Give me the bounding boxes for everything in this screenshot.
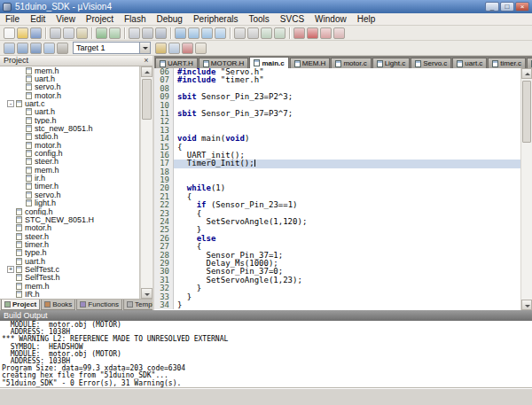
editor-tab[interactable]: Servo.c bbox=[411, 58, 451, 68]
tree-item[interactable]: stdio.h bbox=[0, 133, 139, 141]
menu-item[interactable]: Peripherals bbox=[188, 13, 244, 25]
close-panel-icon[interactable]: × bbox=[142, 56, 151, 66]
code-line[interactable]: 12 bbox=[154, 118, 520, 126]
cut-icon[interactable] bbox=[50, 27, 61, 39]
tree-item[interactable]: mem.h bbox=[0, 166, 139, 174]
file-extensions-icon[interactable] bbox=[168, 43, 180, 54]
scroll-down-button[interactable] bbox=[521, 300, 532, 310]
code-line[interactable]: 32 } bbox=[154, 284, 520, 292]
editor-tab[interactable]: main.c bbox=[249, 57, 288, 68]
bookmark-prev-icon[interactable] bbox=[188, 27, 200, 39]
tree-item[interactable]: timer.h bbox=[0, 183, 139, 191]
tree-item[interactable]: steer.h bbox=[0, 158, 139, 166]
debug-start-icon[interactable] bbox=[293, 27, 305, 39]
find-icon[interactable] bbox=[142, 27, 153, 39]
undo-icon[interactable] bbox=[96, 27, 107, 39]
tree-item[interactable]: uart.h bbox=[0, 108, 139, 116]
translate-icon[interactable] bbox=[4, 43, 15, 54]
new-file-icon[interactable] bbox=[4, 27, 15, 39]
menu-item[interactable]: File bbox=[0, 13, 25, 25]
editor-tab[interactable]: motor.c bbox=[331, 58, 371, 68]
redo-icon[interactable] bbox=[109, 27, 121, 39]
bookmark-toggle-icon[interactable] bbox=[175, 27, 186, 39]
target-select[interactable]: Target 1 bbox=[73, 42, 151, 54]
tree-item[interactable]: servo.h bbox=[0, 191, 139, 199]
title-bar[interactable]: 51duino_SDK - µVision4 _□× bbox=[0, 0, 532, 13]
tree-item[interactable]: motor.h bbox=[0, 91, 139, 99]
scroll-up-button[interactable] bbox=[521, 68, 532, 79]
comment-icon[interactable] bbox=[261, 27, 272, 39]
tree-item[interactable]: ir.h bbox=[0, 174, 139, 182]
tree-item[interactable]: servo.h bbox=[0, 83, 139, 91]
tree-item[interactable]: uart.h bbox=[0, 257, 139, 265]
scroll-thumb[interactable] bbox=[522, 81, 531, 143]
maximize-button[interactable]: □ bbox=[500, 2, 514, 12]
tab-project[interactable]: Project bbox=[1, 300, 40, 310]
editor-tab[interactable]: LIGHT.H bbox=[527, 58, 532, 68]
copy-icon[interactable] bbox=[63, 27, 74, 39]
code-line[interactable]: 18 bbox=[154, 168, 520, 176]
editor-tab[interactable]: UART.H bbox=[155, 58, 198, 68]
menu-item[interactable]: Edit bbox=[25, 13, 51, 25]
editor-tab[interactable]: MOTOR.H bbox=[199, 58, 249, 68]
tree-item[interactable]: motor.h bbox=[0, 141, 139, 149]
tree-item[interactable]: timer.h bbox=[0, 240, 139, 248]
paste-icon[interactable] bbox=[76, 27, 88, 39]
code-line[interactable]: 24 SetServoAngle(1,120); bbox=[154, 218, 520, 226]
tree-item[interactable]: IR.h bbox=[0, 290, 139, 298]
editor-tab[interactable]: timer.c bbox=[488, 58, 526, 68]
tree-item[interactable]: mem.h bbox=[0, 66, 139, 74]
open-folder-icon[interactable] bbox=[17, 27, 28, 39]
tree-item[interactable]: - uart.c bbox=[0, 99, 139, 107]
goto-icon[interactable] bbox=[129, 27, 140, 39]
indent-left-icon[interactable] bbox=[234, 27, 246, 39]
download-icon[interactable] bbox=[57, 43, 68, 54]
save-icon[interactable] bbox=[30, 27, 42, 39]
tree-item[interactable]: uart.h bbox=[0, 74, 139, 82]
code-line[interactable]: 26 else bbox=[154, 235, 520, 243]
code-line[interactable]: 11sbit Sensor_Pin_37=P3^7; bbox=[154, 110, 520, 118]
expander-icon[interactable]: - bbox=[7, 100, 14, 107]
tab-books[interactable]: Books bbox=[41, 300, 75, 310]
code-editor[interactable]: 06#include "Servo.h" 07#include "timer.h… bbox=[154, 68, 520, 310]
bookmark-next-icon[interactable] bbox=[201, 27, 213, 39]
code-line[interactable]: 31 SetServoAngle(1,23); bbox=[154, 276, 520, 284]
tree-item[interactable]: motor.h bbox=[0, 224, 139, 232]
expander-icon[interactable]: + bbox=[7, 266, 14, 273]
breakpoint-insert-icon[interactable] bbox=[307, 27, 318, 39]
menu-item[interactable]: SVCS bbox=[275, 13, 309, 25]
minimize-button[interactable]: _ bbox=[485, 2, 499, 12]
build-output[interactable]: MODULE: motor.obj (MOTOR) ADDRESS: 1038H… bbox=[0, 321, 532, 388]
tree-item[interactable]: type.h bbox=[0, 116, 139, 124]
code-line[interactable]: 09sbit Sensor_Pin_23=P2^3; bbox=[154, 93, 520, 101]
tree-item[interactable]: config.h bbox=[0, 207, 139, 215]
scroll-up-button[interactable] bbox=[141, 66, 153, 77]
menu-item[interactable]: Flash bbox=[119, 13, 151, 25]
tree-item[interactable]: type.h bbox=[0, 249, 139, 257]
editor-tab[interactable]: uart.c bbox=[452, 58, 487, 68]
dropdown-arrow-icon[interactable] bbox=[139, 43, 150, 53]
menu-item[interactable]: Debug bbox=[151, 13, 187, 25]
code-line[interactable]: 33 } bbox=[154, 293, 520, 301]
code-line[interactable]: 14void main(void) bbox=[154, 135, 520, 143]
scroll-thumb[interactable] bbox=[142, 79, 152, 120]
close-button[interactable]: × bbox=[515, 2, 529, 12]
manage-components-icon[interactable] bbox=[195, 43, 207, 54]
batch-build-icon[interactable] bbox=[43, 43, 55, 54]
scroll-down-button[interactable] bbox=[141, 288, 153, 299]
tree-item[interactable]: stc_new_8051.h bbox=[0, 124, 139, 132]
tree-item[interactable]: SelfTest.h bbox=[0, 274, 139, 282]
build-icon[interactable] bbox=[17, 43, 28, 54]
editor-tab[interactable]: Light.c bbox=[372, 58, 411, 68]
menu-item[interactable]: Tools bbox=[244, 13, 275, 25]
editor-scrollbar[interactable] bbox=[520, 68, 532, 310]
breakpoint-disable-icon[interactable] bbox=[320, 27, 332, 39]
menu-item[interactable]: Help bbox=[352, 13, 381, 25]
indent-right-icon[interactable] bbox=[247, 27, 259, 39]
tree-item[interactable]: steer.h bbox=[0, 232, 139, 240]
tree-item[interactable]: mem.h bbox=[0, 282, 139, 290]
menu-item[interactable]: Window bbox=[309, 13, 352, 25]
uncomment-icon[interactable] bbox=[274, 27, 286, 39]
rebuild-icon[interactable] bbox=[30, 43, 42, 54]
target-options-icon[interactable] bbox=[155, 43, 167, 54]
